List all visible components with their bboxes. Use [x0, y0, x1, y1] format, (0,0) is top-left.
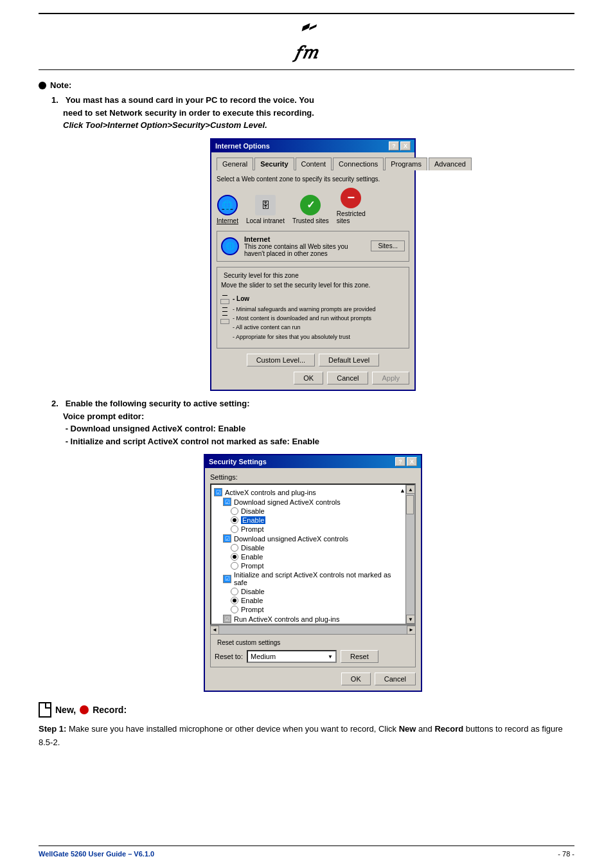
step-main-text: Make sure you have installed microphone …: [69, 724, 399, 734]
unsigned-prompt-radio[interactable]: [231, 562, 238, 570]
signed-enable-radio[interactable]: [231, 516, 238, 524]
vert-scrollbar[interactable]: ▲ ▼: [405, 485, 414, 624]
check-icon: ✓: [300, 195, 321, 215]
signed-chk[interactable]: ☑: [223, 498, 231, 506]
zone-trusted[interactable]: ✓ Trusted sites: [292, 195, 329, 224]
init-disable-label: Disable: [241, 588, 265, 595]
mark4: [222, 315, 227, 316]
zone-description: Select a Web content zone to specify its…: [217, 176, 409, 183]
signed-disable-radio[interactable]: [231, 507, 238, 515]
reset-button[interactable]: Reset: [341, 650, 378, 663]
custom-level-button[interactable]: Custom Level...: [247, 354, 315, 366]
init-prompt-radio[interactable]: [231, 606, 238, 613]
sec-close-button[interactable]: X: [407, 457, 417, 466]
note-label: Note:: [39, 80, 574, 90]
slider-bottom: [220, 319, 229, 324]
unsigned-prompt-label: Prompt: [241, 562, 263, 570]
ok-button[interactable]: OK: [294, 372, 323, 384]
sites-button[interactable]: Sites...: [371, 240, 405, 251]
internet-box-label: Internet: [244, 235, 270, 243]
tab-advanced[interactable]: Advanced: [429, 158, 472, 170]
step2-text: 2. Enable the following security to acti…: [51, 397, 574, 448]
horiz-right-arrow[interactable]: ►: [407, 626, 416, 635]
new-record-section: New, Record: Step 1: Make sure you have …: [39, 702, 574, 750]
run-activex-chk[interactable]: ☑: [223, 615, 231, 623]
scroll-down-arrow[interactable]: ▼: [406, 615, 415, 624]
init-disable-radio[interactable]: [231, 588, 238, 595]
help-button[interactable]: ?: [389, 141, 399, 150]
tab-connections[interactable]: Connections: [333, 158, 384, 170]
reset-group-title: Reset custom settings: [215, 639, 283, 646]
signed-prompt-label: Prompt: [241, 525, 263, 533]
step1-desc: Step 1: Make sure you have installed mic…: [39, 723, 574, 750]
unsigned-enable-item: Enable: [214, 552, 403, 561]
security-settings-title: Security Settings: [209, 458, 267, 466]
initialize-chk[interactable]: ☑: [223, 575, 231, 583]
initialize-item: ☑ Initialize and script ActiveX controls…: [214, 570, 403, 587]
bullet1: - Minimal safeguards and warning prompts…: [233, 305, 405, 314]
security-settings-titlebar: Security Settings ? X: [205, 455, 421, 468]
zone-local-intranet[interactable]: 🗄 Local intranet: [246, 195, 285, 224]
tab-programs[interactable]: Programs: [385, 158, 427, 170]
init-enable-radio[interactable]: [231, 597, 238, 604]
init-disable-item: Disable: [214, 587, 403, 596]
apply-button[interactable]: Apply: [372, 372, 409, 384]
logo-icon: 𝅫𝅪: [299, 21, 314, 42]
tab-content[interactable]: Content: [296, 158, 332, 170]
activex-chk[interactable]: ☑: [214, 488, 222, 496]
slider-thumb[interactable]: [220, 299, 229, 304]
minus-icon: −: [341, 188, 361, 208]
cancel-button[interactable]: Cancel: [327, 372, 368, 384]
record-label: Record:: [93, 705, 127, 715]
step2-bullet2: - Initialize and script ActiveX control …: [66, 437, 319, 446]
security-desc: Move the slider to set the security leve…: [221, 282, 405, 289]
reset-select[interactable]: Medium ▼: [247, 650, 337, 663]
signed-prompt-item: Prompt: [214, 525, 403, 534]
slider-track: - Low - Minimal safeguards and warning p…: [221, 293, 405, 345]
slider-thumb2: [220, 319, 229, 324]
unsigned-enable-radio[interactable]: [231, 553, 238, 561]
unsigned-chk[interactable]: ☑: [223, 534, 231, 543]
tab-general[interactable]: General: [217, 158, 253, 170]
footer-left: WellGate 5260 User Guide – V6.1.0: [39, 850, 154, 858]
internet-info-box: 🌐 Internet This zone contains all Web si…: [217, 231, 409, 262]
horiz-track: [219, 626, 407, 634]
zone-intranet-label: Local intranet: [246, 217, 285, 224]
sec-cancel-button[interactable]: Cancel: [375, 673, 416, 685]
reset-group: Reset custom settings Reset to: Medium ▼…: [210, 634, 416, 667]
unsigned-prompt-item: Prompt: [214, 561, 403, 570]
step-new: New: [399, 724, 416, 734]
sec-titlebar-buttons: ? X: [395, 457, 417, 466]
init-enable-item: Enable: [214, 596, 403, 605]
zone-internet[interactable]: 🌐 Internet: [217, 195, 238, 224]
top-border: [39, 13, 574, 14]
security-settings-content: Settings: ☑ ActiveX controls and plug-in…: [205, 468, 421, 691]
zone-restricted[interactable]: − Restrictedsites: [337, 188, 366, 224]
settings-list-box: ☑ ActiveX controls and plug-ins ▲ ☑ Down…: [210, 484, 416, 625]
signed-enable-dot: [233, 518, 236, 522]
dialog-buttons-row: OK Cancel Apply: [217, 372, 409, 384]
close-button[interactable]: X: [400, 141, 411, 150]
security-level-label: - Low: [233, 295, 405, 302]
init-enable-label: Enable: [241, 597, 263, 604]
zone-restricted-label: Restrictedsites: [337, 210, 366, 224]
settings-list-outer: ☑ ActiveX controls and plug-ins ▲ ☑ Down…: [210, 484, 416, 634]
signed-prompt-radio[interactable]: [231, 525, 238, 533]
scroll-up-arrow[interactable]: ▲: [406, 485, 415, 494]
sec-ok-button[interactable]: OK: [341, 673, 371, 685]
sec-help-button[interactable]: ?: [395, 457, 405, 466]
internet-options-titlebar: Internet Options ? X: [211, 140, 414, 152]
step-prefix: Step 1:: [39, 724, 66, 734]
logo-area: 𝅫𝅪 𝑓𝑚: [39, 21, 574, 63]
globe-icon: 🌐: [217, 195, 238, 215]
signed-disable-item: Disable: [214, 507, 403, 516]
unsigned-disable-radio[interactable]: [231, 544, 238, 552]
tab-security[interactable]: Security: [254, 158, 294, 170]
step1-line2: need to set Network security in order to…: [63, 108, 314, 118]
step-record: Record: [434, 724, 463, 734]
internet-options-content: General Security Content Connections Pro…: [211, 152, 414, 390]
step1-text: 1. You mast has a sound card in your PC …: [51, 94, 574, 132]
scroll-thumb[interactable]: [406, 495, 414, 514]
horiz-left-arrow[interactable]: ◄: [210, 626, 219, 635]
default-level-button[interactable]: Default Level: [319, 354, 379, 366]
